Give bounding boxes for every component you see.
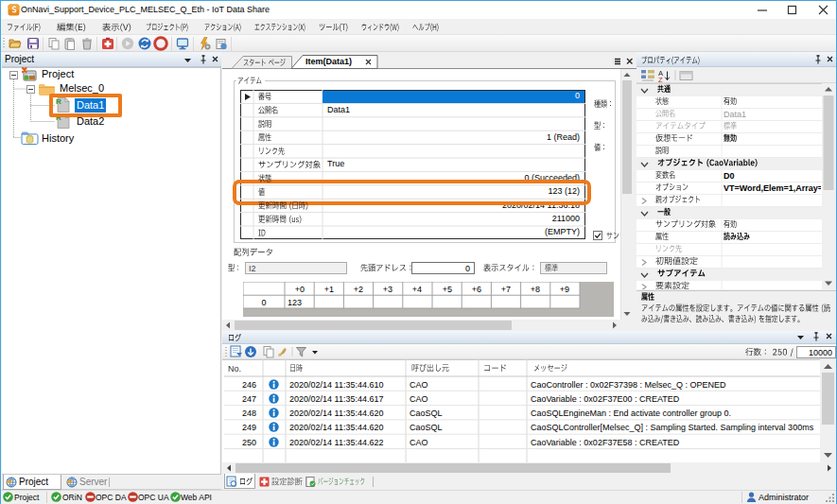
- svg-text:Z: Z: [658, 76, 663, 83]
